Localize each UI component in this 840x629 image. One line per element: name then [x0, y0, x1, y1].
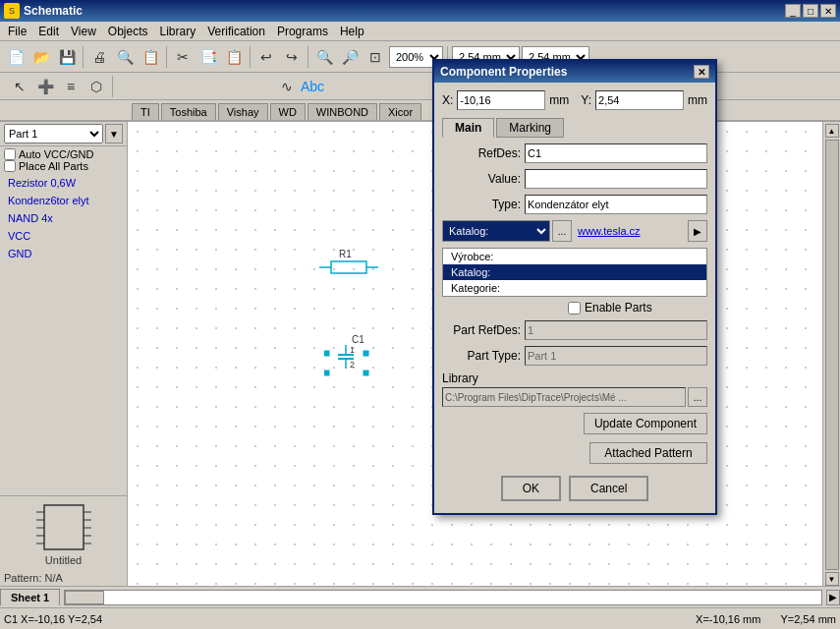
- dropdown-item-vyrob[interactable]: Výrobce:: [443, 249, 706, 264]
- enable-parts-label[interactable]: Enable Parts: [585, 301, 652, 314]
- tab-main[interactable]: Main: [442, 118, 494, 138]
- dropdown-item-kategorie[interactable]: Kategorie:: [443, 280, 706, 296]
- svg-text:2: 2: [350, 360, 355, 370]
- part-refdes-input: [525, 320, 707, 340]
- update-component-button[interactable]: Update Component: [584, 413, 707, 434]
- list-item[interactable]: NAND 4x: [0, 209, 127, 227]
- print-button[interactable]: 🖨: [87, 45, 111, 69]
- undo-button[interactable]: ↩: [254, 45, 278, 69]
- dropdown-item-katalog[interactable]: Katalog:: [443, 264, 706, 280]
- part-selector: Part 1 ▼: [0, 122, 127, 146]
- print-preview-button[interactable]: 🔍: [113, 45, 137, 69]
- scroll-up-button[interactable]: ▲: [825, 124, 839, 138]
- place-all-parts-label[interactable]: Place All Parts: [4, 160, 123, 172]
- menu-view[interactable]: View: [65, 23, 102, 40]
- cancel-button[interactable]: Cancel: [569, 476, 648, 501]
- value-input[interactable]: [525, 169, 707, 189]
- auto-vcc-gnd-label[interactable]: Auto VCC/GND: [4, 148, 123, 160]
- tab-ti[interactable]: TI: [132, 103, 159, 120]
- library-browse-button[interactable]: ...: [688, 387, 707, 407]
- resistor-r1[interactable]: R1: [319, 248, 408, 280]
- dialog-close-button[interactable]: ✕: [694, 65, 709, 79]
- catalog-link-nav-button[interactable]: ▶: [688, 220, 707, 242]
- part-select[interactable]: Part 1: [4, 124, 103, 143]
- part-dropdown-button[interactable]: ▼: [105, 124, 123, 143]
- menu-programs[interactable]: Programs: [271, 23, 334, 40]
- capacitor-c1[interactable]: C1 1 2: [324, 333, 403, 395]
- draw-abc[interactable]: Abc: [301, 75, 324, 98]
- attached-pattern-button[interactable]: Attached Pattern: [589, 442, 707, 464]
- copy-button[interactable]: 📑: [196, 45, 220, 69]
- menu-library[interactable]: Library: [154, 23, 202, 40]
- sheet-tab-1[interactable]: Sheet 1: [0, 589, 60, 605]
- scroll-down-button[interactable]: ▼: [825, 572, 839, 586]
- ok-button[interactable]: OK: [501, 476, 561, 501]
- menu-verification[interactable]: Verification: [201, 23, 271, 40]
- y-coord-label: Y:: [581, 93, 591, 107]
- tab-marking[interactable]: Marking: [496, 118, 564, 138]
- refdes-input[interactable]: [525, 143, 707, 163]
- y-unit-label: mm: [688, 93, 707, 107]
- add-junction-tool[interactable]: ⬡: [84, 75, 108, 98]
- app-title: Schematic: [24, 4, 83, 18]
- tab-wd[interactable]: WD: [270, 103, 306, 120]
- paste-button[interactable]: 📋: [222, 45, 246, 69]
- part-refdes-row: Part RefDes:: [442, 320, 707, 340]
- catalog-select[interactable]: Výrobce: Katalog: Kategorie:: [442, 220, 550, 242]
- save-button[interactable]: 💾: [55, 45, 79, 69]
- menu-objects[interactable]: Objects: [102, 23, 154, 40]
- menu-file[interactable]: File: [2, 23, 32, 40]
- dialog-title-bar: Component Properties ✕: [434, 61, 715, 83]
- svg-rect-19: [364, 371, 368, 375]
- library-section: Library ...: [442, 372, 707, 407]
- list-item[interactable]: VCC: [0, 227, 127, 245]
- new-button[interactable]: 📄: [4, 45, 28, 69]
- redo-button[interactable]: ↪: [280, 45, 304, 69]
- svg-text:R1: R1: [339, 249, 352, 259]
- horizontal-scrollbar-thumb[interactable]: [65, 591, 104, 604]
- catalog-browse-button[interactable]: ...: [552, 220, 572, 242]
- type-input[interactable]: [525, 195, 707, 214]
- title-bar: S Schematic _ □ ✕: [0, 0, 840, 22]
- select-tool[interactable]: ↖: [8, 75, 31, 98]
- auto-vcc-gnd-checkbox[interactable]: [4, 148, 16, 160]
- status-bar: C1 X=-10,16 Y=2,54 X=-10,16 mm Y=2,54 mm: [0, 607, 840, 629]
- tab-vishay[interactable]: Vishay: [218, 103, 268, 120]
- horizontal-scrollbar-track[interactable]: [64, 590, 822, 605]
- tab-winbond[interactable]: WINBOND: [308, 103, 377, 120]
- catalog-link[interactable]: www.tesla.cz: [578, 225, 686, 237]
- place-all-parts-checkbox[interactable]: [4, 160, 16, 172]
- tab-toshiba[interactable]: Toshiba: [161, 103, 216, 120]
- title-bar-buttons[interactable]: _ □ ✕: [785, 4, 836, 18]
- enable-parts-checkbox[interactable]: [568, 302, 581, 314]
- add-wire-tool[interactable]: ➕: [33, 75, 57, 98]
- enable-parts-row: Enable Parts: [442, 301, 707, 314]
- update-component-row: Update Component: [442, 413, 707, 434]
- tab-xicor[interactable]: Xicor: [379, 103, 421, 120]
- x-coord-input[interactable]: [457, 90, 545, 110]
- list-item[interactable]: GND: [0, 245, 127, 262]
- resistor-symbol: R1: [319, 248, 408, 277]
- toolbar-sep-4: [308, 46, 308, 68]
- close-button[interactable]: ✕: [820, 4, 836, 18]
- y-coord-input[interactable]: [595, 90, 684, 110]
- list-item[interactable]: Rezistor 0,6W: [0, 174, 127, 192]
- add-bus-tool[interactable]: ≡: [59, 75, 83, 98]
- draw-arc[interactable]: ∿: [275, 75, 299, 98]
- zoom-fit-button[interactable]: ⊡: [364, 45, 387, 69]
- export-button[interactable]: 📋: [139, 45, 162, 69]
- maximize-button[interactable]: □: [803, 4, 818, 18]
- toolbar-sep-2: [166, 46, 167, 68]
- scroll-right-button[interactable]: ▶: [826, 590, 840, 605]
- open-button[interactable]: 📂: [29, 45, 53, 69]
- zoom-in-button[interactable]: 🔎: [338, 45, 362, 69]
- library-path-input[interactable]: [442, 387, 686, 407]
- minimize-button[interactable]: _: [785, 4, 801, 18]
- cut-button[interactable]: ✂: [171, 45, 195, 69]
- vertical-scrollbar-track[interactable]: [825, 140, 839, 570]
- list-item[interactable]: Kondenz6tor elyt: [0, 192, 127, 209]
- menu-edit[interactable]: Edit: [32, 23, 65, 40]
- zoom-out-button[interactable]: 🔍: [312, 45, 336, 69]
- menu-help[interactable]: Help: [334, 23, 370, 40]
- app-icon: S: [4, 3, 20, 19]
